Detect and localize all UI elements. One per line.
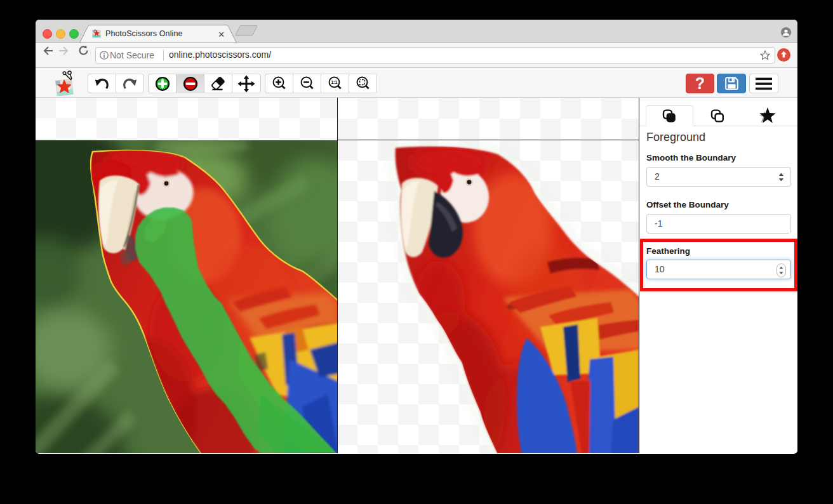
svg-text:1:1: 1:1 xyxy=(331,80,338,84)
